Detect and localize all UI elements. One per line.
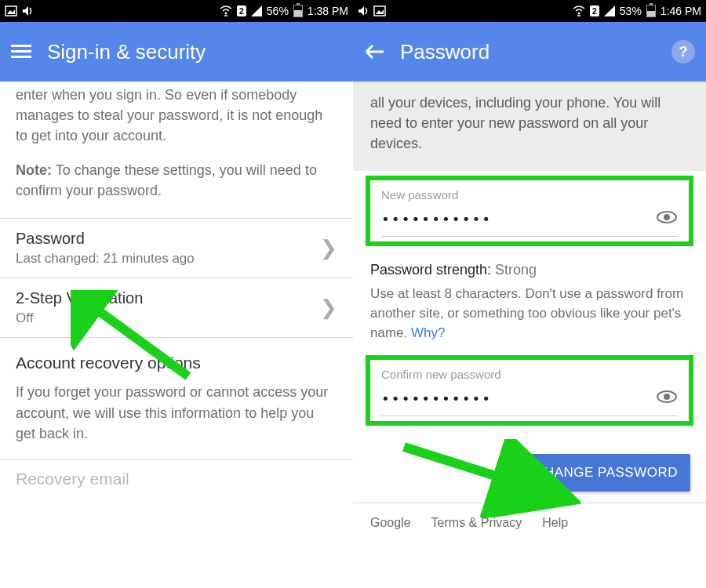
picture-icon (373, 5, 386, 16)
right-screenshot: 2 53% 1:46 PM Password ? all your device… (353, 0, 706, 588)
visibility-toggle-icon[interactable] (656, 389, 678, 408)
intro-text: single use code to your phone for you to… (0, 82, 353, 218)
footer-terms[interactable]: Terms & Privacy (431, 516, 522, 530)
page-title: Password (400, 40, 656, 64)
svg-point-3 (224, 13, 227, 15)
password-help-text: Use at least 8 characters. Don't use a p… (353, 281, 706, 350)
confirm-password-value: ••••••••••• (381, 390, 492, 407)
help-icon[interactable]: ? (671, 40, 695, 64)
svg-rect-6 (11, 50, 31, 53)
status-time: 1:46 PM (661, 5, 701, 17)
svg-point-15 (664, 214, 670, 220)
why-link[interactable]: Why? (411, 325, 445, 340)
footer-links: Google Terms & Privacy Help (353, 503, 706, 543)
password-row[interactable]: Password Last changed: 21 minutes ago ❯ (0, 219, 353, 278)
footer-google[interactable]: Google (370, 516, 411, 530)
two-step-label: 2-Step Verification (16, 289, 143, 307)
volume-icon (22, 5, 33, 16)
svg-marker-9 (358, 6, 364, 16)
signal-icon (251, 5, 262, 16)
volume-icon (358, 5, 369, 16)
chevron-right-icon: ❯ (320, 296, 337, 320)
recovery-title: Account recovery options (0, 338, 353, 377)
status-time: 1:38 PM (308, 5, 348, 17)
signal-icon (604, 5, 615, 16)
change-password-button[interactable]: CHANGE PASSWORD (522, 454, 690, 492)
battery-icon (646, 5, 656, 17)
sim-icon: 2 (590, 5, 599, 16)
password-sub: Last changed: 21 minutes ago (16, 251, 195, 267)
left-screenshot: 2 56% 1:38 PM Sign-in & security single … (0, 0, 353, 588)
svg-point-12 (577, 13, 580, 15)
new-password-value: ••••••••••• (381, 211, 492, 227)
svg-marker-13 (604, 5, 615, 16)
svg-marker-11 (376, 9, 384, 14)
picture-icon (5, 5, 17, 16)
status-bar: 2 53% 1:46 PM (353, 0, 706, 22)
info-banner: all your devices, including your phone. … (353, 82, 706, 171)
svg-marker-2 (23, 6, 28, 16)
back-arrow-icon[interactable] (364, 43, 384, 60)
visibility-toggle-icon[interactable] (656, 209, 678, 228)
note-text: Note: To change these settings, you will… (16, 160, 337, 201)
battery-percent: 53% (620, 5, 642, 17)
two-step-sub: Off (16, 310, 143, 326)
status-bar: 2 56% 1:38 PM (0, 0, 353, 22)
wifi-icon (220, 5, 232, 16)
two-step-row[interactable]: 2-Step Verification Off ❯ (0, 278, 353, 337)
wifi-icon (573, 5, 585, 16)
svg-point-17 (664, 394, 670, 400)
hamburger-icon[interactable] (11, 44, 31, 60)
footer-help[interactable]: Help (542, 516, 568, 530)
new-password-field[interactable]: New password ••••••••••• (366, 176, 693, 246)
chevron-right-icon: ❯ (320, 236, 337, 260)
svg-marker-4 (251, 5, 262, 16)
battery-icon (293, 5, 303, 17)
recovery-email-row[interactable]: Recovery email (0, 460, 353, 488)
confirm-password-label: Confirm new password (381, 368, 678, 381)
password-label: Password (16, 230, 195, 248)
confirm-password-field[interactable]: Confirm new password ••••••••••• (366, 355, 693, 426)
app-bar: Sign-in & security (0, 22, 353, 82)
svg-rect-7 (11, 56, 31, 58)
recovery-desc: If you forget your password or cannot ac… (0, 377, 353, 459)
sim-icon: 2 (237, 5, 246, 16)
app-bar: Password ? (353, 22, 706, 82)
new-password-label: New password (381, 188, 678, 201)
battery-percent: 56% (267, 5, 289, 17)
svg-rect-5 (11, 45, 31, 47)
password-strength: Password strength: Strong (353, 251, 706, 281)
page-title: Sign-in & security (47, 40, 342, 64)
svg-marker-1 (7, 9, 15, 14)
